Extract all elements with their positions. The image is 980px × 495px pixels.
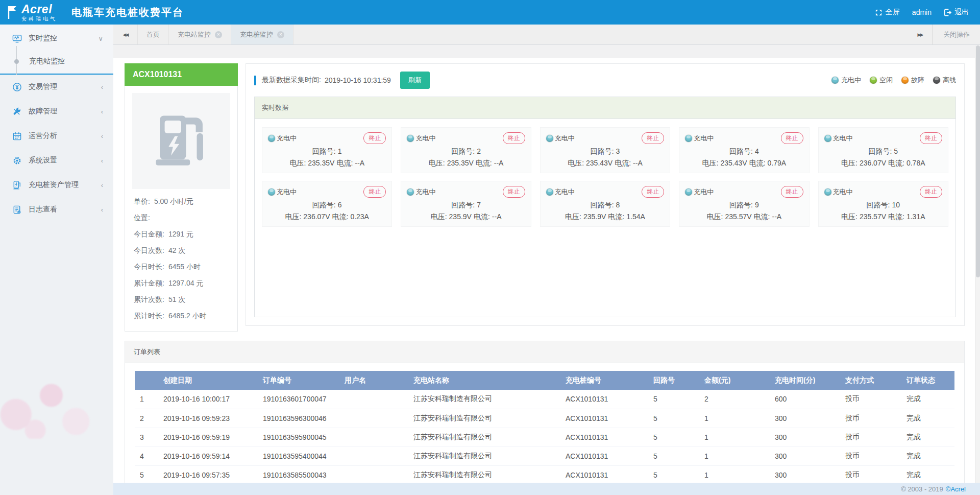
terminate-button[interactable]: 终止: [781, 132, 803, 144]
logo-text: Acrel: [21, 4, 57, 15]
stat-total-amount: 累计金额:1297.04 元: [134, 279, 229, 288]
sidebar-item-settings[interactable]: 系统设置 ‹: [0, 148, 113, 173]
vertical-scrollbar[interactable]: [975, 45, 980, 483]
col-pay-method: 支付方式: [840, 371, 901, 390]
top-header: Acrel 安科瑞电气 电瓶车充电桩收费平台 全屏 admin: [0, 0, 980, 25]
sidebar-item-pile-assets[interactable]: 充电桩资产管理 ‹: [0, 173, 113, 197]
settings-icon: [12, 156, 22, 166]
col-station-name: 充电站名称: [408, 371, 560, 390]
analysis-icon: [12, 131, 22, 141]
tab-pile-monitor[interactable]: 充电桩监控 ×: [231, 25, 293, 44]
logout-icon: [944, 9, 951, 16]
tab-close-icon[interactable]: ×: [215, 31, 222, 38]
col-order-no: 订单编号: [258, 371, 339, 390]
tab-bar: ◀◀ 首页 充电站监控 × 充电桩监控 × ▶▶ 关闭操作: [113, 25, 980, 45]
table-row[interactable]: 22019-10-16 09:59:23 1910163596300046 江苏…: [135, 409, 954, 428]
order-list-panel: 订单列表 创建日期: [125, 341, 965, 483]
sidebar-item-analysis[interactable]: 运营分析 ‹: [0, 124, 113, 148]
sidebar-item-realtime-monitor[interactable]: 实时监控 ∨: [0, 27, 113, 50]
col-created-date: 创建日期: [158, 371, 258, 390]
username-menu[interactable]: admin: [912, 8, 932, 16]
realtime-data-section: 实时数据 充电中 终止 回路号:1 电压:235.35V电流:--A: [254, 97, 956, 317]
charging-status-icon: [546, 188, 553, 196]
sidebar-item-transactions[interactable]: 交易管理 ‹: [0, 75, 113, 99]
copyright-text: © 2003 - 2019: [901, 485, 943, 493]
terminate-button[interactable]: 终止: [363, 132, 386, 144]
charging-status-icon: [685, 188, 692, 196]
charging-status-icon: [824, 188, 831, 196]
page-title: 电瓶车充电桩收费平台: [71, 6, 184, 19]
table-row[interactable]: 32019-10-16 09:59:19 1910163595900045 江苏…: [135, 428, 954, 446]
terminate-button[interactable]: 终止: [503, 132, 525, 144]
table-row[interactable]: 42019-10-16 09:59:14 1910163595400044 江苏…: [135, 446, 954, 465]
sidebar-item-faults[interactable]: 故障管理 ‹: [0, 99, 113, 124]
circuit-card-9: 充电中 终止 回路号:9 电压:235.57V电流:--A: [679, 181, 809, 227]
charging-status-icon: [407, 188, 414, 196]
circuit-card-7: 充电中 终止 回路号:7 电压:235.9V电流:--A: [401, 181, 531, 227]
tab-close-icon[interactable]: ×: [277, 31, 284, 38]
logo-flag-icon: [7, 5, 18, 20]
terminate-button[interactable]: 终止: [781, 186, 803, 198]
app-root: Acrel 安科瑞电气 电瓶车充电桩收费平台 全屏 admin: [0, 0, 980, 495]
stat-total-count: 累计次数:51 次: [134, 295, 229, 304]
circuit-card-4: 充电中 终止 回路号:4 电压:235.43V电流:0.79A: [679, 127, 809, 173]
charging-status-icon: [407, 135, 414, 142]
col-pile-no: 充电桩编号: [560, 371, 648, 390]
brand-link[interactable]: ©Acrel: [946, 485, 966, 493]
refresh-button[interactable]: 刷新: [400, 72, 430, 89]
charging-status-icon: [831, 77, 839, 84]
circuit-card-2: 充电中 终止 回路号:2 电压:235.35V电流:--A: [401, 127, 531, 173]
charging-pile-icon: [150, 110, 212, 172]
logo-subtext: 安科瑞电气: [21, 16, 57, 21]
fault-status-icon: [901, 77, 909, 84]
stat-location: 位置:: [134, 214, 229, 223]
fullscreen-icon: [875, 9, 883, 16]
table-header-row: 创建日期 订单编号 用户名 充电站名称 充电桩编号 回路号 金额(元) 充电时间…: [135, 371, 954, 390]
pile-info-card: ACX1010131: [125, 63, 238, 332]
legend-offline: 离线: [933, 76, 956, 85]
sidebar-item-logs[interactable]: 日志查看 ‹: [0, 197, 113, 222]
idle-status-icon: [870, 77, 877, 84]
col-username: 用户名: [339, 371, 408, 390]
terminate-button[interactable]: 终止: [920, 132, 942, 144]
stat-total-duration: 累计时长:6485.2 小时: [134, 312, 229, 321]
close-operations-menu[interactable]: 关闭操作: [933, 25, 980, 44]
tab-home[interactable]: 首页: [138, 25, 169, 44]
fullscreen-button[interactable]: 全屏: [875, 8, 900, 17]
col-index: [135, 371, 158, 390]
transaction-icon: [12, 82, 22, 92]
chevron-right-icon: ‹: [101, 108, 103, 115]
terminate-button[interactable]: 终止: [503, 186, 525, 198]
table-row[interactable]: 12019-10-16 10:00:17 1910163601700047 江苏…: [135, 390, 954, 409]
terminate-button[interactable]: 终止: [363, 186, 386, 198]
circuit-card-3: 充电中 终止 回路号:3 电压:235.43V电流:--A: [540, 127, 670, 173]
terminate-button[interactable]: 终止: [920, 186, 942, 198]
realtime-monitor-icon: [12, 34, 22, 43]
main-content: ACX1010131: [113, 45, 980, 483]
order-list-title: 订单列表: [125, 341, 964, 363]
stat-today-count: 今日次数:42 次: [134, 246, 229, 255]
charging-status-icon: [685, 135, 692, 142]
sidebar: 实时监控 ∨ 充电站监控 交易管理 ‹: [0, 25, 113, 495]
pile-id-header: ACX1010131: [125, 63, 238, 86]
terminate-button[interactable]: 终止: [642, 132, 664, 144]
chevron-right-icon: ‹: [101, 181, 103, 189]
scrollbar-thumb[interactable]: [976, 45, 980, 277]
tabs-scroll-left-button[interactable]: ◀◀: [113, 25, 138, 44]
terminate-button[interactable]: 终止: [642, 186, 664, 198]
sidebar-item-station-monitor[interactable]: 充电站监控: [0, 50, 113, 73]
pile-asset-icon: [12, 180, 22, 190]
stat-today-duration: 今日时长:6455 小时: [134, 263, 229, 272]
charging-status-icon: [546, 135, 553, 142]
logout-button[interactable]: 退出: [944, 8, 969, 17]
footer: © 2003 - 2019 ©Acrel: [113, 483, 980, 495]
tabs-scroll-right-button[interactable]: ▶▶: [908, 25, 933, 44]
chevron-right-icon: ‹: [101, 83, 103, 91]
circuit-card-6: 充电中 终止 回路号:6 电压:236.07V电流:0.23A: [262, 181, 392, 227]
submenu-dot-icon: [14, 59, 19, 64]
tab-station-monitor[interactable]: 充电站监控 ×: [169, 25, 231, 44]
table-row[interactable]: 52019-10-16 09:57:35 1910163585500043 江苏…: [135, 465, 954, 483]
chevron-down-icon: ∨: [98, 35, 103, 42]
realtime-data-title: 实时数据: [255, 97, 955, 119]
stat-today-amount: 今日金额:1291 元: [134, 230, 229, 239]
